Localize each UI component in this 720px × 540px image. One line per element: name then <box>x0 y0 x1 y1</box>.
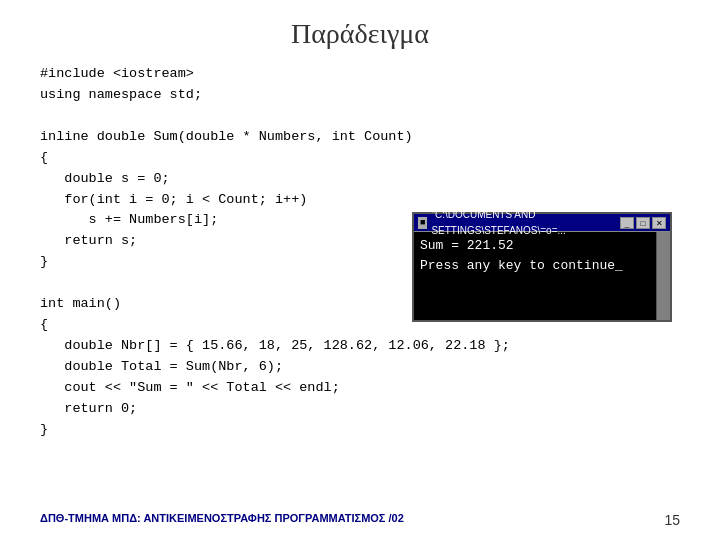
maximize-button[interactable]: □ <box>636 217 650 229</box>
code-line-4: inline double Sum(double * Numbers, int … <box>40 127 680 148</box>
console-title-text: "C:\DOCUMENTS AND SETTINGS\STEFANOS\=o=.… <box>431 207 620 238</box>
code-line-18: } <box>40 420 680 441</box>
footer-right: 15 <box>664 512 680 528</box>
console-titlebar: ■ "C:\DOCUMENTS AND SETTINGS\STEFANOS\=o… <box>414 214 670 232</box>
console-scrollbar[interactable] <box>656 232 670 320</box>
console-window: ■ "C:\DOCUMENTS AND SETTINGS\STEFANOS\=o… <box>412 212 672 322</box>
code-line-2: using namespace std; <box>40 85 680 106</box>
code-line-14: double Nbr[] = { 15.66, 18, 25, 128.62, … <box>40 336 680 357</box>
footer-left: ΔΠΘ-ΤΜΗΜΑ ΜΠΔ: ΑΝΤΙΚΕΙΜΕΝΟΣΤΡΑΦΗΣ ΠΡΟΓΡΑ… <box>40 512 404 528</box>
footer: ΔΠΘ-ΤΜΗΜΑ ΜΠΔ: ΑΝΤΙΚΕΙΜΕΝΟΣΤΡΑΦΗΣ ΠΡΟΓΡΑ… <box>0 512 720 528</box>
console-icon: ■ <box>418 217 427 229</box>
close-button[interactable]: ✕ <box>652 217 666 229</box>
page-title: Παράδειγμα <box>0 0 720 64</box>
code-line-6: double s = 0; <box>40 169 680 190</box>
console-output-line2: Press any key to continue_ <box>420 256 664 276</box>
code-line-15: double Total = Sum(Nbr, 6); <box>40 357 680 378</box>
code-line-5: { <box>40 148 680 169</box>
code-line-16: cout << "Sum = " << Total << endl; <box>40 378 680 399</box>
code-line-3 <box>40 106 680 127</box>
code-line-1: #include <iostream> <box>40 64 680 85</box>
console-output-line1: Sum = 221.52 <box>420 236 664 256</box>
console-controls[interactable]: _ □ ✕ <box>620 217 666 229</box>
console-titlebar-left: ■ "C:\DOCUMENTS AND SETTINGS\STEFANOS\=o… <box>418 207 620 238</box>
minimize-button[interactable]: _ <box>620 217 634 229</box>
code-line-17: return 0; <box>40 399 680 420</box>
code-area: #include <iostream> using namespace std;… <box>0 64 720 441</box>
console-body: Sum = 221.52 Press any key to continue_ <box>414 232 670 320</box>
